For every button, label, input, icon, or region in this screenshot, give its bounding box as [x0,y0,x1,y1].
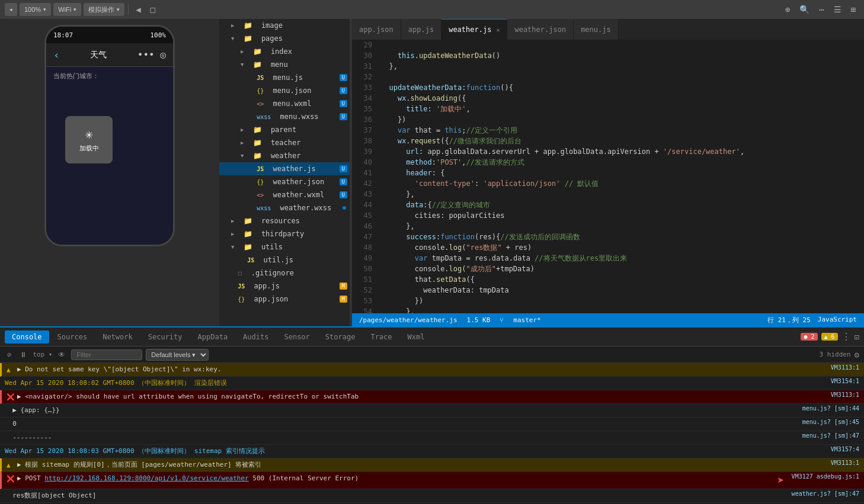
tab-weather-js[interactable]: weather.js ✕ [441,19,507,40]
tab-app-js[interactable]: app.js [401,19,441,40]
source-10[interactable]: weather.js? [sm]:47 [787,490,859,497]
level-select[interactable]: Default levels ▾ [146,349,209,361]
source-9[interactable]: VM3127 asdebug.js:1 [787,473,859,480]
file-item-menu-wxml[interactable]: <> menu.wxmlU [219,97,350,110]
network-selector[interactable]: WiFi ▾ [53,3,81,16]
file-item-util-js[interactable]: JS util.js [219,253,350,267]
layout-icon[interactable]: ☰ [830,5,845,14]
red-arrow-1: ➤ [777,473,785,487]
file-item-menu[interactable]: ▼ 📁 menu [219,58,350,71]
err-icon-9: ❌ [7,475,15,483]
console-line-6: ---------- menu.js? [sm]:47 [0,431,864,445]
file-item-menu-js[interactable]: JS menu.jsU [219,71,350,84]
split-icon[interactable]: ⊞ [847,5,859,14]
source-1[interactable]: VM3113:1 [826,364,859,371]
file-item-weather-wxss[interactable]: wxss weather.wxss [219,201,350,214]
file-item-weather-json[interactable]: {} weather.jsonU [219,175,350,188]
close-tab-icon[interactable]: ✕ [496,27,500,33]
warn-icon-1: ▲ [7,366,15,374]
settings-icon[interactable]: ⚙ [855,350,859,359]
more-icon[interactable]: ⋯ [815,5,827,14]
warn-icon-8: ▲ [7,461,15,469]
tab-app-json[interactable]: app.json [352,19,401,40]
phone-body: 当前热门城市： ✳ 加载中 [46,67,173,245]
file-item-teacher[interactable]: ▶ 📁 teacher [219,136,350,149]
source-6[interactable]: menu.js? [sm]:47 [798,432,859,439]
search-icon[interactable]: 🔍 [796,5,813,14]
file-item-resources[interactable]: ▶ 📁 resources [219,214,350,227]
file-item-image[interactable]: ▶ 📁 image [219,19,350,32]
code-area: 2930313233 3435363738 3940414243 4445464… [352,40,864,313]
file-item-weather-wxml[interactable]: <> weather.wxmlU [219,188,350,201]
file-item-weather-js[interactable]: JS weather.jsU [219,162,350,175]
more-devtools-icon[interactable]: ⋮ [841,331,851,342]
error-badge: ● 2 [801,333,817,341]
file-item-pages[interactable]: ▼ 📁 pages [219,32,350,45]
hidden-count: 3 hidden [820,351,851,358]
devtab-audits[interactable]: Audits [236,330,276,344]
error-url-link[interactable]: http://192.168.168.129:8000/api/v1.0/ser… [44,474,248,482]
file-item-parent[interactable]: ▶ 📁 parent [219,123,350,136]
console-line-2: Wed Apr 15 2020 18:08:02 GMT+0800 （中国标准时… [0,377,864,390]
source-4[interactable]: menu.js? [sm]:44 [798,405,859,412]
console-line-1: ▲ ▶ Do not set same key \"[object Object… [0,363,864,377]
file-item-index[interactable]: ▶ 📁 index [219,45,350,58]
devtools-panel: Console Sources Network Security AppData… [0,326,864,504]
back-button[interactable]: ◂ [5,3,17,16]
console-filter-input[interactable] [71,349,142,360]
source-8[interactable]: VM3113:1 [826,460,859,466]
phone-time: 18:07 [53,31,73,39]
collapse-devtools-icon[interactable]: ⊡ [855,332,859,342]
audio-icon[interactable]: ◀ [132,5,144,14]
file-item-app-js[interactable]: JS app.jsM [219,280,350,293]
file-item-gitignore[interactable]: ☐ .gitignore [219,267,350,280]
file-item-weather[interactable]: ▼ 📁 weather [219,149,350,162]
console-output[interactable]: ▲ ▶ Do not set same key \"[object Object… [0,363,864,504]
system-bar: ◂ 100% ▾ WiFi ▾ 模拟操作 ▾ ◀ □ ⊕ 🔍 ⋯ ☰ ⊞ [0,0,864,19]
console-line-10: res数据[object Object] weather.js? [sm]:47 [0,489,864,503]
devtab-trace[interactable]: Trace [363,330,399,344]
plus-icon[interactable]: ⊕ [782,5,793,14]
context-selector[interactable]: top ▾ [33,351,52,358]
loading-box: ✳ 加载中 [65,116,113,163]
file-item-menu-json[interactable]: {} menu.jsonU [219,84,350,97]
pause-icon[interactable]: ⏸ [17,349,29,360]
devtab-sensor[interactable]: Sensor [277,330,316,344]
file-item-utils[interactable]: ▼ 📁 utils [219,240,350,253]
window-icon[interactable]: □ [147,5,159,14]
phone-city-label: 当前热门城市： [53,72,166,81]
source-2[interactable]: VM3154:1 [826,378,859,384]
devtab-wxml[interactable]: Wxml [401,330,432,344]
devtab-console[interactable]: Console [5,330,49,344]
file-path: /pages/weather/weather.js [359,316,457,324]
warn-badge: ▲ 6 [821,333,838,341]
console-line-7: Wed Apr 15 2020 18:08:03 GMT+0800 （中国标准时… [0,445,864,458]
phone-more-icon[interactable]: ••• ◎ [137,49,166,60]
zoom-selector[interactable]: 100% ▾ [20,3,51,16]
file-item-app-json[interactable]: {} app.jsonM [219,293,350,306]
tab-weather-json[interactable]: weather.json [507,19,574,40]
devtab-appdata[interactable]: AppData [191,330,235,344]
phone-status-bar: 18:07 100% [46,27,173,43]
mode-selector[interactable]: 模拟操作 ▾ [84,3,124,16]
eye-icon[interactable]: 👁 [56,349,68,360]
clear-console-icon[interactable]: ⊘ [5,349,14,360]
file-explorer: ▶ 📁 image ▼ 📁 pages ▶ 📁 index ▼ 📁 menu J… [219,19,350,326]
back-arrow-icon[interactable]: ‹ [53,49,60,61]
devtab-security[interactable]: Security [141,330,190,344]
phone-nav-title: 天气 [90,50,107,60]
file-item-menu-wxss[interactable]: wxss menu.wxssU [219,110,350,123]
code-editor: app.json app.js weather.js ✕ weather.jso… [352,19,864,326]
devtools-tabs: Console Sources Network Security AppData… [0,328,864,346]
devtab-sources[interactable]: Sources [50,330,95,344]
file-item-thirdparty[interactable]: ▶ 📁 thirdparty [219,227,350,240]
devtab-network[interactable]: Network [95,330,140,344]
source-3[interactable]: VM3113:1 [826,391,859,398]
console-line-8: ▲ ▶ 根据 sitemap 的规则[0]，当前页面 [pages/weathe… [0,458,864,472]
devtools-right: 3 hidden ⚙ [820,350,859,359]
phone-preview: 18:07 100% ‹ 天气 ••• ◎ 当前热门城市： ✳ 加载中 [0,19,219,326]
source-7[interactable]: VM3157:4 [826,446,859,452]
tab-menu-js[interactable]: menu.js [574,19,619,40]
source-5[interactable]: menu.js? [sm]:45 [798,419,859,425]
devtab-storage[interactable]: Storage [318,330,363,344]
